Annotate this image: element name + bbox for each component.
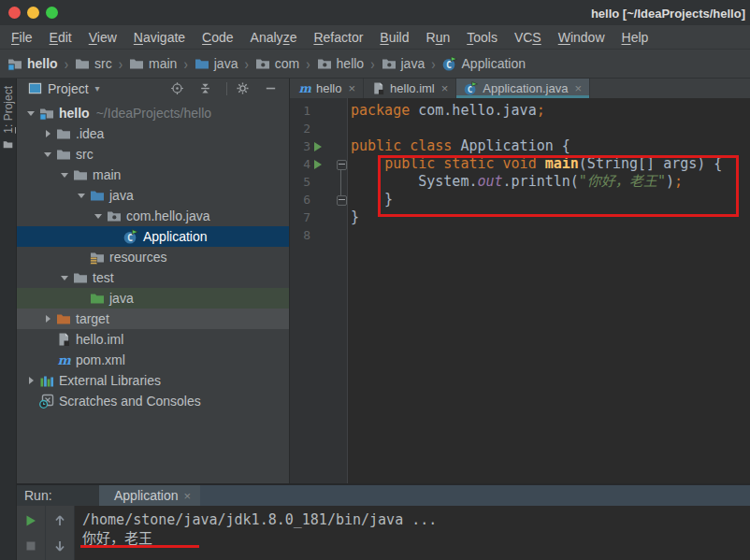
tree-expanded-arrow-icon[interactable] <box>22 111 39 116</box>
close-icon[interactable]: × <box>348 81 355 95</box>
run-console[interactable]: /home/stone/java/jdk1.8.0_181/bin/java .… <box>75 506 750 560</box>
breadcrumb-item-hello[interactable]: hello <box>317 56 365 71</box>
menu-navigate[interactable]: Navigate <box>125 30 194 45</box>
code-token: .println( <box>503 173 579 190</box>
breadcrumb-label: Application <box>462 56 526 71</box>
chevron-down-icon[interactable]: ▾ <box>95 83 100 93</box>
code-line: System.out.println("你好，老王"); <box>351 173 722 191</box>
menu-code[interactable]: Code <box>194 30 241 45</box>
gutter-row: 1 <box>290 102 347 120</box>
tree-item-application[interactable]: CApplication <box>17 226 289 247</box>
editor: mhello×hello.iml×CApplication.java× 1234… <box>290 79 750 483</box>
close-icon[interactable]: × <box>441 81 449 95</box>
fold-end-marker[interactable] <box>337 195 347 206</box>
tree-expanded-arrow-icon[interactable] <box>90 214 107 219</box>
collapse-all-icon[interactable] <box>198 81 218 95</box>
code-line <box>351 120 722 137</box>
tree-item-external-libraries[interactable]: External Libraries <box>17 370 289 391</box>
tree-item-java[interactable]: java <box>17 185 289 206</box>
tree-item-resources[interactable]: resources <box>17 247 289 267</box>
close-icon[interactable]: × <box>574 81 582 95</box>
tree-item-src[interactable]: src <box>17 144 289 165</box>
menu-file[interactable]: File <box>3 30 41 45</box>
menu-run[interactable]: Run <box>418 30 459 45</box>
tree-item-hello[interactable]: hello~/IdeaProjects/hello <box>17 103 289 123</box>
menu-vcs[interactable]: VCS <box>506 30 550 45</box>
menu-analyze[interactable]: Analyze <box>242 30 306 45</box>
console-line: /home/stone/java/jdk1.8.0_181/bin/java .… <box>82 510 750 529</box>
breadcrumb-item-src[interactable]: src <box>75 56 112 71</box>
tab-label: Application.java <box>483 81 568 95</box>
run-line-icon[interactable] <box>310 142 325 151</box>
tree-item-java[interactable]: java <box>17 288 289 309</box>
tab-application-java[interactable]: CApplication.java× <box>456 79 590 98</box>
breadcrumb-separator: › <box>370 54 374 73</box>
menu-view[interactable]: View <box>80 30 125 45</box>
tab-hello[interactable]: mhello× <box>290 79 364 98</box>
code-token: main <box>537 155 579 172</box>
breadcrumb-item-hello[interactable]: hello <box>7 56 58 71</box>
breadcrumb-item-application[interactable]: CApplication <box>442 56 526 71</box>
code-area[interactable]: package com.hello.java;public class Appl… <box>348 98 722 483</box>
hide-icon[interactable] <box>264 81 283 95</box>
folder-blue-icon <box>195 56 209 71</box>
folder-orange-icon <box>56 311 71 326</box>
code-token: ) <box>666 173 674 190</box>
maximize-window-button[interactable] <box>46 7 58 19</box>
settings-icon[interactable] <box>236 81 255 95</box>
fold-start-marker[interactable] <box>337 160 347 170</box>
run-line-icon[interactable] <box>310 160 325 169</box>
close-icon[interactable]: × <box>184 489 192 503</box>
tool-window-stripe: 1: Project <box>0 79 17 560</box>
tab-hello-iml[interactable]: hello.iml× <box>364 79 456 98</box>
line-number: 8 <box>290 228 310 242</box>
tree-item-com-hello-java[interactable]: com.hello.java <box>17 206 289 226</box>
package-icon <box>107 208 122 223</box>
menu-refactor[interactable]: Refactor <box>305 30 371 45</box>
editor-body[interactable]: 12345678 package com.hello.java;public c… <box>290 98 750 483</box>
down-button[interactable] <box>52 538 67 553</box>
menu-help[interactable]: Help <box>613 30 657 45</box>
tree-collapsed-arrow-icon[interactable] <box>39 315 56 323</box>
tree-item-main[interactable]: main <box>17 165 289 185</box>
tree-item-label: java <box>109 188 134 203</box>
tree-item-label: test <box>93 270 114 285</box>
breadcrumb-item-com[interactable]: com <box>255 56 299 71</box>
rerun-button[interactable] <box>23 513 38 528</box>
breadcrumb-item-java[interactable]: java <box>195 56 238 71</box>
breadcrumb-item-java[interactable]: java <box>382 56 425 71</box>
stop-button[interactable] <box>23 538 38 553</box>
menu-edit[interactable]: Edit <box>41 30 80 45</box>
tree-item-scratches-and-consoles[interactable]: Scratches and Consoles <box>17 391 289 411</box>
breadcrumb-label: hello <box>27 56 58 71</box>
tree-item-idea[interactable]: .idea <box>17 123 289 144</box>
tree-expanded-arrow-icon[interactable] <box>56 276 73 280</box>
breadcrumb-item-main[interactable]: main <box>129 56 177 71</box>
menu-window[interactable]: Window <box>550 30 613 45</box>
tree-item-hello-iml[interactable]: hello.iml <box>17 329 289 350</box>
code-token: public static void <box>384 155 537 172</box>
menu-tools[interactable]: Tools <box>458 30 506 45</box>
tree-item-label: Scratches and Consoles <box>59 394 201 409</box>
editor-gutter: 12345678 <box>290 98 348 483</box>
tree-item-pom-xml[interactable]: mpom.xml <box>17 350 289 370</box>
run-panel-header: Run: Application × <box>17 485 750 506</box>
tree-collapsed-arrow-icon[interactable] <box>39 130 56 137</box>
folder-icon <box>3 139 13 150</box>
tree-item-test[interactable]: test <box>17 267 289 288</box>
run-tab-application[interactable]: Application × <box>99 485 200 506</box>
minimize-window-button[interactable] <box>27 7 39 19</box>
locate-icon[interactable] <box>170 81 190 95</box>
menu-build[interactable]: Build <box>371 30 417 45</box>
tree-collapsed-arrow-icon[interactable] <box>22 377 39 384</box>
tree-item-target[interactable]: target <box>17 309 289 329</box>
tree-expanded-arrow-icon[interactable] <box>56 173 73 178</box>
code-line: public class Application { <box>351 137 722 155</box>
breadcrumb-label: java <box>401 56 425 71</box>
project-tool-button[interactable]: 1: Project <box>0 79 16 150</box>
tree-expanded-arrow-icon[interactable] <box>73 194 90 198</box>
up-button[interactable] <box>52 513 67 528</box>
gutter-row: 2 <box>290 120 347 137</box>
tree-expanded-arrow-icon[interactable] <box>39 152 56 157</box>
close-window-button[interactable] <box>8 7 21 19</box>
